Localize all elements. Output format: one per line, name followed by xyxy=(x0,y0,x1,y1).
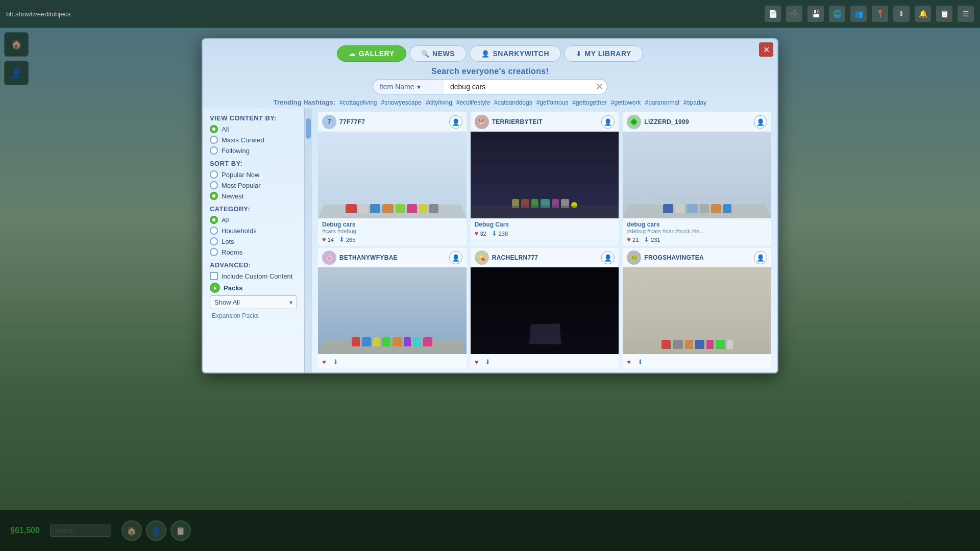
sort-most-popular[interactable]: Most Popular xyxy=(210,181,297,189)
heart-icon-6[interactable]: ♥ xyxy=(627,358,631,366)
item-image-5[interactable] xyxy=(471,267,619,354)
custom-content-checkbox[interactable]: Include Custom Content xyxy=(210,272,297,280)
item-title-3[interactable]: debug cars xyxy=(627,221,767,228)
heart-icon-5[interactable]: ♥ xyxy=(475,358,479,366)
item-image-4[interactable] xyxy=(318,267,467,354)
packs-item[interactable]: ● Packs xyxy=(210,283,297,293)
heart-count-1: 14 xyxy=(328,237,334,243)
tab-snarkywitch[interactable]: 👤 SnarkyWitch xyxy=(470,45,561,62)
tag-snowyescape[interactable]: #snowyescape xyxy=(381,99,421,106)
nav-icon-2[interactable]: ➕ xyxy=(786,6,802,22)
radio-following xyxy=(210,146,218,155)
item-image-3[interactable] xyxy=(623,132,771,218)
sort-by-title: Sort By: xyxy=(210,160,297,167)
close-button[interactable]: ✕ xyxy=(759,42,773,57)
nav-icon-10[interactable]: ☰ xyxy=(958,6,974,22)
modal-tabs: ☁ Gallery 🔍 News 👤 SnarkyWitch ⬇ My Libr… xyxy=(203,39,777,62)
scroll-thumb xyxy=(306,118,311,139)
modal-overlay: ✕ ☁ Gallery 🔍 News 👤 SnarkyWitch ⬇ My Li… xyxy=(0,28,980,551)
download-stat-4: ⬇ xyxy=(333,358,340,366)
follow-button-3[interactable]: 👤 xyxy=(754,115,767,129)
search-type-dropdown[interactable]: Item Name ▾ xyxy=(373,79,444,94)
sort-newest[interactable]: Newest xyxy=(210,192,297,200)
heart-icon-1[interactable]: ♥ xyxy=(322,236,326,243)
category-all[interactable]: All xyxy=(210,216,297,224)
filter-maxis[interactable]: Maxis Curated xyxy=(210,136,297,144)
item-image-1[interactable] xyxy=(318,132,467,218)
show-all-dropdown[interactable]: Show All ▾ xyxy=(210,295,297,309)
item-header-3: LIZZERD_1999 👤 xyxy=(623,112,771,132)
username-6: FrogSHavingTea xyxy=(644,254,751,261)
category-households[interactable]: Households xyxy=(210,227,297,235)
radio-cat-all xyxy=(210,216,218,224)
heart-icon-3[interactable]: ♥ xyxy=(627,236,631,243)
tab-mylibrary[interactable]: ⬇ My Library xyxy=(564,45,643,62)
avatar-5: 💊 xyxy=(475,251,489,265)
nav-icon-3[interactable]: 💾 xyxy=(807,6,824,22)
gallery-grid: 7 77F77F7 👤 xyxy=(312,108,777,372)
item-header-4: 🌸 BethanywfyBae 👤 xyxy=(318,248,467,267)
nav-icon-8[interactable]: 🔔 xyxy=(915,6,931,22)
follow-button-5[interactable]: 👤 xyxy=(601,251,615,264)
nav-icon-4[interactable]: 🌐 xyxy=(829,6,845,22)
username-5: RachelRN777 xyxy=(492,254,599,261)
category-lots-label: Lots xyxy=(222,238,234,245)
item-footer-4: ♥ ⬇ xyxy=(318,354,467,368)
tag-cityliving[interactable]: #cityliving xyxy=(426,99,452,106)
sidebar-scroll[interactable] xyxy=(305,108,312,372)
search-input[interactable] xyxy=(444,79,607,94)
radio-most-popular xyxy=(210,181,218,189)
sort-popular-now[interactable]: Popular Now xyxy=(210,170,297,179)
search-clear-button[interactable]: ✕ xyxy=(596,82,603,91)
tag-ecolifestyle[interactable]: #ecolifestyle xyxy=(456,99,490,106)
download-icon-1[interactable]: ⬇ xyxy=(339,236,345,243)
item-image-2[interactable] xyxy=(471,132,619,218)
nav-icon-1[interactable]: 📄 xyxy=(765,6,781,22)
follow-button-4[interactable]: 👤 xyxy=(449,251,462,264)
packs-label: Packs xyxy=(224,284,243,292)
category-lots[interactable]: Lots xyxy=(210,237,297,245)
item-title-2[interactable]: Debug Cars xyxy=(475,221,615,228)
download-icon-4[interactable]: ⬇ xyxy=(333,358,338,366)
heart-count-2: 32 xyxy=(480,231,486,237)
category-all-label: All xyxy=(222,216,229,224)
heart-stat-2: ♥ 32 xyxy=(475,230,486,237)
download-icon-5[interactable]: ⬇ xyxy=(485,358,491,366)
tab-news[interactable]: 🔍 News xyxy=(409,45,467,62)
download-icon-2[interactable]: ⬇ xyxy=(492,230,497,237)
category-rooms[interactable]: Rooms xyxy=(210,248,297,256)
nav-icon-9[interactable]: 📋 xyxy=(936,6,952,22)
heart-icon-2[interactable]: ♥ xyxy=(475,230,479,237)
download-icon-3[interactable]: ⬇ xyxy=(644,236,649,243)
avatar-2: 🐕 xyxy=(475,115,489,129)
nav-icon-7[interactable]: ⬇ xyxy=(893,6,910,22)
item-tags-3: #debug #cars #car #truck #m... xyxy=(627,228,767,234)
follow-button-6[interactable]: 👤 xyxy=(754,251,767,264)
avatar-1: 7 xyxy=(322,115,336,129)
item-header-6: 🐸 FrogSHavingTea 👤 xyxy=(623,248,771,267)
item-title-1[interactable]: Debug cars xyxy=(322,221,462,228)
nav-icon-6[interactable]: 📍 xyxy=(872,6,888,22)
download-icon-6[interactable]: ⬇ xyxy=(638,358,643,366)
heart-stat-3: ♥ 21 xyxy=(627,236,639,243)
tag-catsanddogs[interactable]: #catsanddogs xyxy=(494,99,532,106)
tag-spaday[interactable]: #spaday xyxy=(683,99,706,106)
tag-paranormal[interactable]: #paranormal xyxy=(645,99,679,106)
radio-households xyxy=(210,227,218,235)
follow-button-1[interactable]: 👤 xyxy=(449,115,462,129)
filter-following[interactable]: Following xyxy=(210,146,297,155)
user-tab-icon: 👤 xyxy=(481,50,490,58)
filter-all[interactable]: All xyxy=(210,125,297,133)
tag-gettogether[interactable]: #gettogether xyxy=(572,99,606,106)
gallery-row-2: 🌸 BethanywfyBae 👤 xyxy=(318,248,771,368)
cars-3 xyxy=(663,204,731,213)
item-image-6[interactable] xyxy=(623,267,771,354)
nav-icon-5[interactable]: 👥 xyxy=(850,6,867,22)
tag-getfamous[interactable]: #getfamous xyxy=(536,99,569,106)
tab-gallery[interactable]: ☁ Gallery xyxy=(337,45,406,62)
gallery-item-2: 🐕 TerrierByteIT 👤 xyxy=(471,112,619,246)
follow-button-2[interactable]: 👤 xyxy=(601,115,615,129)
tag-cottageliving[interactable]: #cottageliving xyxy=(339,99,377,106)
heart-icon-4[interactable]: ♥ xyxy=(322,358,326,366)
tag-gettowork[interactable]: #gettowork xyxy=(611,99,641,106)
